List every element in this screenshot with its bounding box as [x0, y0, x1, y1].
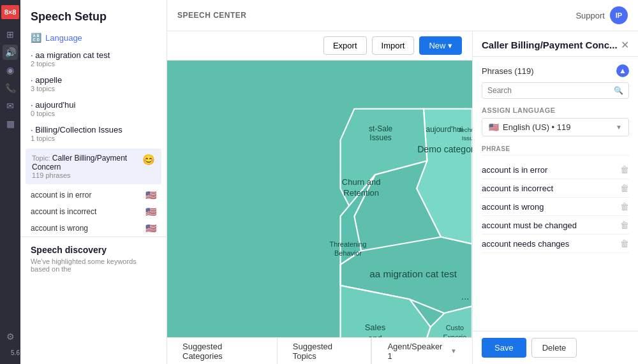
phrase-text: account is wrong — [31, 224, 88, 233]
svg-text:Behavior: Behavior — [334, 249, 362, 257]
language-icon: 🔠 — [31, 33, 41, 43]
item-count: 3 topics — [31, 85, 156, 92]
user-avatar[interactable]: IP — [610, 6, 628, 24]
assign-language-label: Assign language — [482, 106, 629, 114]
panel-footer: Save Delete — [473, 331, 638, 364]
discovery-desc: We've highlighted some keywords based on… — [31, 258, 156, 273]
phrases-toggle-icon[interactable]: ▲ — [616, 64, 629, 77]
item-count: 1 topics — [31, 135, 156, 142]
phrase-row-3: account is wrong 🗑 — [482, 198, 629, 216]
svg-text:Demo category: Demo category — [417, 144, 472, 154]
mail-nav-icon[interactable]: ✉ — [3, 98, 18, 113]
delete-phrase-1-button[interactable]: 🗑 — [620, 164, 629, 175]
voronoi-diagram: st-Sale Issues aujourd'hui Technical Iss… — [167, 61, 472, 337]
sidebar: Speech Setup 🔠 Language · aa migration c… — [20, 0, 167, 364]
search-icon: 🔍 — [614, 86, 623, 95]
save-button[interactable]: Save — [482, 338, 526, 358]
topic-phrase-count: 119 phrases — [32, 171, 142, 179]
phrase-text: account is in error — [31, 191, 91, 200]
item-count: 0 topics — [31, 110, 156, 117]
app-logo: 8×8 — [1, 5, 19, 19]
left-navigation: 8×8 ⊞ 🔊 ◉ 📞 ✉ ▦ ⚙ 5.6 — [0, 0, 20, 364]
support-link[interactable]: Support — [575, 11, 605, 20]
delete-phrase-2-button[interactable]: 🗑 — [620, 183, 629, 193]
svg-text:...: ... — [461, 291, 470, 302]
svg-text:Issues: Issues — [462, 135, 472, 142]
svg-text:Experie: Experie — [443, 333, 466, 337]
sidebar-item-aa-migration[interactable]: · aa migration cat test 2 topics — [20, 47, 167, 71]
agent-speaker-label: Agent/Speaker 1 — [387, 342, 447, 361]
version-badge: 5.6 — [1, 347, 20, 359]
sidebar-item-aujourdhui[interactable]: · aujourd'hui 0 topics — [20, 96, 167, 121]
panel-body: Phrases (119) ▲ 🔍 Assign language 🇺🇸 Eng… — [473, 57, 638, 331]
speech-discovery-section: Speech discovery We've highlighted some … — [20, 237, 167, 275]
eye-nav-icon[interactable]: ◉ — [3, 62, 18, 78]
phrase-row-1: account is in error 🗑 — [482, 161, 629, 179]
phrase-row-5: account needs changes 🗑 — [482, 235, 629, 253]
svg-text:Retention: Retention — [343, 188, 379, 198]
delete-button[interactable]: Delete — [531, 338, 577, 358]
search-input[interactable] — [487, 86, 610, 95]
phrases-header: Phrases (119) ▲ — [482, 64, 629, 77]
svg-text:Sales: Sales — [365, 323, 386, 332]
lang-chevron-icon: ▼ — [616, 124, 622, 131]
phrase-item-3: account is wrong 🇺🇸 — [20, 220, 167, 237]
export-button[interactable]: Export — [323, 36, 367, 55]
item-name: · appelle — [31, 75, 156, 85]
tab-suggested-categories[interactable]: Suggested Categories — [167, 338, 278, 364]
language-text: Language — [45, 33, 82, 43]
panel-title: Caller Billing/Payment Conc... — [482, 40, 618, 50]
svg-text:and: and — [368, 333, 382, 337]
svg-text:aa migration cat test: aa migration cat test — [369, 268, 457, 279]
close-panel-button[interactable]: ✕ — [621, 39, 629, 51]
phrase-search-box[interactable]: 🔍 — [482, 82, 629, 99]
svg-text:Technical: Technical — [457, 126, 472, 133]
flag-icon: 🇺🇸 — [145, 223, 156, 233]
phrase-text-3: account is wrong — [482, 202, 544, 212]
phrase-row-4: account must be changed 🗑 — [482, 216, 629, 235]
main-content: Export Import New ▾ — [167, 31, 638, 364]
delete-phrase-5-button[interactable]: 🗑 — [620, 238, 629, 249]
sidebar-item-appelle[interactable]: · appelle 3 topics — [20, 71, 167, 96]
main-area: SPEECH CENTER Support IP Export Import N… — [167, 0, 638, 364]
language-select[interactable]: 🇺🇸 English (US) • 119 ▼ — [482, 118, 629, 136]
new-button[interactable]: New ▾ — [419, 36, 462, 55]
phrase-text-5: account needs changes — [482, 239, 569, 249]
phrase-item-1: account is in error 🇺🇸 — [20, 187, 167, 203]
sidebar-item-billing[interactable]: · Billing/Collection Issues 1 topics — [20, 121, 167, 146]
settings-nav-icon[interactable]: ⚙ — [3, 329, 18, 344]
topic-prefix: Topic: Caller Billing/Payment Concern — [32, 154, 142, 171]
svg-text:Churn and: Churn and — [342, 177, 381, 187]
us-flag-icon: 🇺🇸 — [489, 122, 499, 132]
phrase-text-4: account must be changed — [482, 221, 577, 230]
audio-nav-icon[interactable]: 🔊 — [3, 45, 18, 60]
lang-text: English (US) • 119 — [503, 122, 570, 132]
phrase-text-1: account is in error — [482, 165, 547, 175]
phone-nav-icon[interactable]: 📞 — [3, 80, 18, 96]
phrase-item-2: account is incorrect 🇺🇸 — [20, 203, 167, 220]
top-bar: SPEECH CENTER Support IP — [167, 0, 638, 31]
phrase-text-2: account is incorrect — [482, 184, 553, 193]
tab-suggested-topics[interactable]: Suggested Topics — [278, 338, 372, 364]
svg-text:Issues: Issues — [369, 133, 392, 142]
chart-nav-icon[interactable]: ▦ — [3, 116, 18, 131]
sidebar-item-topic-selected[interactable]: Topic: Caller Billing/Payment Concern 11… — [26, 149, 161, 184]
delete-phrase-4-button[interactable]: 🗑 — [620, 220, 629, 230]
svg-text:st-Sale: st-Sale — [369, 124, 393, 133]
tab-agent-speaker[interactable]: Agent/Speaker 1 ▼ — [371, 338, 472, 364]
phrase-row-2: account is incorrect 🗑 — [482, 179, 629, 198]
import-button[interactable]: Import — [372, 36, 415, 55]
language-value: 🇺🇸 English (US) • 119 — [489, 122, 570, 132]
sidebar-language-label[interactable]: 🔠 Language — [20, 29, 167, 47]
grid-nav-icon[interactable]: ⊞ — [3, 27, 18, 42]
action-bar: Export Import New ▾ — [167, 31, 472, 61]
chevron-down-icon: ▼ — [450, 347, 457, 354]
flag-icon: 🇺🇸 — [145, 207, 156, 217]
item-name: · aujourd'hui — [31, 100, 156, 110]
right-panel: Caller Billing/Payment Conc... ✕ Phrases… — [472, 31, 638, 364]
delete-phrase-3-button[interactable]: 🗑 — [620, 201, 629, 212]
item-name: · aa migration cat test — [31, 50, 156, 60]
svg-text:Threatening: Threatening — [330, 240, 367, 248]
phrases-label: Phrases (119) — [482, 66, 534, 76]
phrase-col-label: PHRASE — [482, 145, 629, 156]
